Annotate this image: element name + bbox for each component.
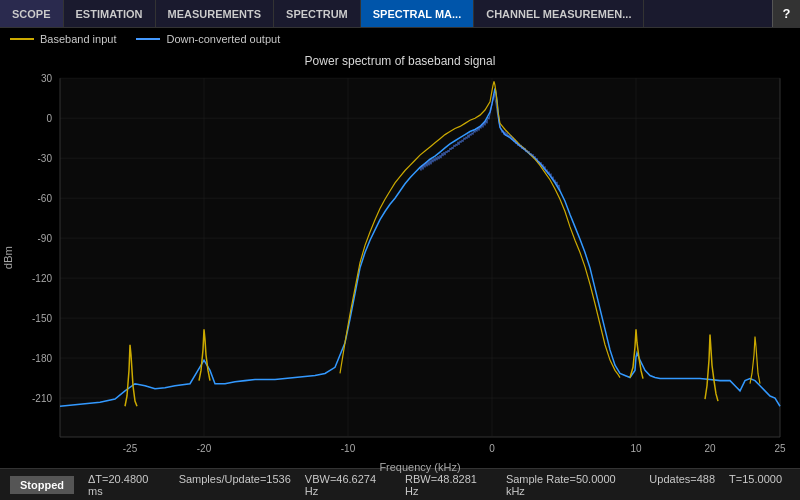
svg-text:10: 10: [630, 443, 641, 454]
svg-text:Frequency (kHz): Frequency (kHz): [379, 461, 460, 473]
chart-svg: 30 0 -30 -60 -90 -120 -150 -180 -210 dBm…: [0, 68, 800, 478]
legend-baseband-line: [10, 38, 34, 40]
status-state: Stopped: [10, 476, 74, 494]
svg-text:-90: -90: [38, 233, 53, 244]
chart-legend: Baseband input Down-converted output: [0, 28, 800, 50]
nav-spectral-ma[interactable]: SPECTRAL MA...: [361, 0, 474, 27]
svg-text:0: 0: [46, 113, 52, 124]
legend-baseband: Baseband input: [10, 33, 116, 45]
legend-downconverted: Down-converted output: [136, 33, 280, 45]
svg-text:-120: -120: [32, 273, 52, 284]
nav-scope[interactable]: SCOPE: [0, 0, 64, 27]
svg-text:-210: -210: [32, 393, 52, 404]
svg-text:-60: -60: [38, 193, 53, 204]
chart-container: Power spectrum of baseband signal 30 0 -…: [0, 50, 800, 468]
svg-text:0: 0: [489, 443, 495, 454]
legend-downconverted-label: Down-converted output: [166, 33, 280, 45]
help-button[interactable]: ?: [772, 0, 800, 27]
nav-channel-meas[interactable]: CHANNEL MEASUREMEN...: [474, 0, 644, 27]
svg-text:-150: -150: [32, 313, 52, 324]
legend-downconverted-line: [136, 38, 160, 40]
svg-text:20: 20: [704, 443, 715, 454]
svg-text:-30: -30: [38, 153, 53, 164]
svg-text:-20: -20: [197, 443, 212, 454]
nav-spectrum[interactable]: SPECTRUM: [274, 0, 361, 27]
svg-text:-180: -180: [32, 353, 52, 364]
svg-text:-10: -10: [341, 443, 356, 454]
chart-title: Power spectrum of baseband signal: [0, 50, 800, 68]
svg-text:30: 30: [41, 73, 52, 84]
svg-text:25: 25: [774, 443, 785, 454]
top-navigation: SCOPE ESTIMATION MEASUREMENTS SPECTRUM S…: [0, 0, 800, 28]
svg-text:dBm: dBm: [2, 246, 14, 269]
nav-estimation[interactable]: ESTIMATION: [64, 0, 156, 27]
legend-baseband-label: Baseband input: [40, 33, 116, 45]
svg-text:-25: -25: [123, 443, 138, 454]
nav-measurements[interactable]: MEASUREMENTS: [156, 0, 275, 27]
svg-rect-0: [60, 78, 780, 437]
